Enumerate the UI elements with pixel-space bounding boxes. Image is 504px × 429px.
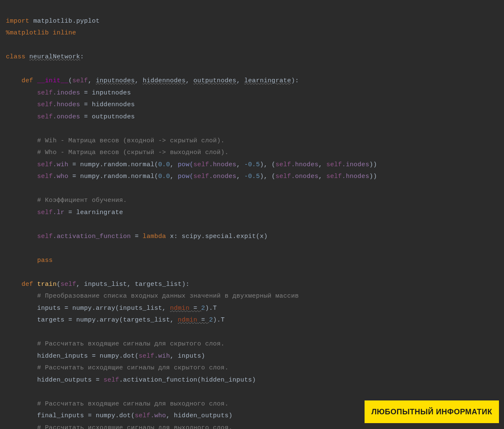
- code-line: self.wih = numpy.random.normal(0.0, pow(…: [6, 161, 377, 168]
- code-line: [6, 329, 10, 336]
- code-line: [6, 185, 10, 192]
- code-editor[interactable]: import matplotlib.pyplot %matplotlib inl…: [6, 3, 498, 429]
- code-line: # Коэффициент обучения.: [6, 197, 127, 204]
- code-line: self.lr = learningrate: [6, 209, 123, 216]
- code-line: def train(self, inputs_list, targets_lis…: [6, 281, 189, 288]
- code-line: [6, 245, 10, 252]
- code-line: [6, 221, 10, 228]
- code-line: # Рассчитать исходящие сигналы для выход…: [6, 424, 233, 429]
- code-line: self.activation_function = lambda x: sci…: [6, 233, 268, 240]
- code-line: # Рассчитать исходящие сигналы для скрыт…: [6, 364, 228, 371]
- code-line: hidden_outputs = self.activation_functio…: [6, 377, 256, 384]
- code-line: self.onodes = outputnodes: [6, 113, 135, 120]
- code-line: %matplotlib inline: [6, 29, 76, 37]
- code-line: self.inodes = inputnodes: [6, 89, 131, 97]
- code-line: inputs = numpy.array(inputs_list, ndmin …: [6, 305, 217, 312]
- code-line: self.hnodes = hiddennodes: [6, 101, 135, 108]
- code-line: pass: [6, 257, 53, 264]
- code-line: self.who = numpy.random.normal(0.0, pow(…: [6, 173, 377, 180]
- code-line: [6, 42, 10, 49]
- code-line: # Рассчитать входящие сигналы для скрыто…: [6, 340, 225, 348]
- code-line: # Рассчитать входящие сигналы для выходн…: [6, 400, 228, 408]
- code-line: class neuralNetwork:: [6, 53, 84, 60]
- code-line: hidden_inputs = numpy.dot(self.wih, inpu…: [6, 353, 205, 360]
- code-line: [6, 65, 10, 73]
- watermark-label: ЛЮБОПЫТНЫЙ ИНФОРМАТИК: [365, 400, 499, 423]
- code-line: [6, 269, 10, 276]
- code-line: # Преобразование списка входных данных з…: [6, 293, 299, 300]
- code-line: # Who - Матрица весов (скрытый -> выходн…: [6, 149, 228, 156]
- code-line: def __init__(self, inputnodes, hiddennod…: [6, 77, 299, 84]
- code-line: [6, 125, 10, 132]
- code-line: import matplotlib.pyplot: [6, 18, 100, 25]
- code-line: final_inputs = numpy.dot(self.who, hidde…: [6, 412, 233, 419]
- code-line: # Wih - Матрица весов (входной -> скрыты…: [6, 137, 225, 144]
- code-line: targets = numpy.array(targets_list, ndmi…: [6, 317, 225, 324]
- code-line: [6, 388, 10, 395]
